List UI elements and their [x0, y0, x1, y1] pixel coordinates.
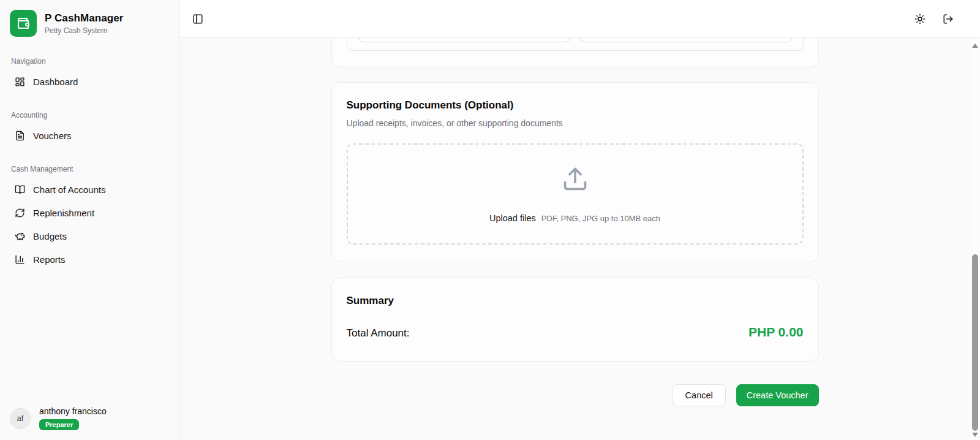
wallet-icon: [10, 10, 37, 37]
create-voucher-button[interactable]: Create Voucher: [736, 384, 819, 406]
nav-section-navigation: Navigation: [11, 57, 168, 66]
sidebar-item-reports[interactable]: Reports: [10, 248, 169, 270]
app-subtitle: Petty Cash System: [45, 26, 124, 35]
nav-section-accounting: Accounting: [11, 111, 168, 119]
total-amount-value: PHP 0.00: [748, 325, 804, 339]
supporting-documents-title: Supporting Documents (Optional): [347, 99, 804, 112]
file-dropzone[interactable]: Upload files PDF, PNG, JPG up to 10MB ea…: [347, 143, 804, 245]
sidebar-item-label: Chart of Accounts: [33, 184, 105, 195]
scrollbar-down-arrow-icon[interactable]: [972, 433, 978, 437]
sidebar-item-label: Replenishment: [33, 208, 94, 218]
app-title: P CashManager: [45, 12, 124, 25]
supporting-documents-subtitle: Upload receipts, invoices, or other supp…: [347, 118, 804, 128]
sun-icon: [914, 13, 925, 25]
book-open-icon: [15, 184, 25, 195]
sidebar-item-replenishment[interactable]: Replenishment: [10, 202, 169, 224]
logout-icon: [943, 13, 954, 25]
sidebar: P CashManager Petty Cash System Navigati…: [0, 0, 179, 440]
avatar: af: [10, 408, 31, 429]
sidebar-item-label: Vouchers: [33, 131, 72, 141]
summary-title: Summary: [347, 295, 804, 307]
scroll-content: Supporting Documents (Optional) Upload r…: [179, 38, 980, 440]
nav-section-cash-management: Cash Management: [11, 165, 168, 173]
sidebar-item-label: Reports: [33, 254, 66, 265]
sidebar-item-label: Budgets: [33, 231, 67, 241]
dashboard-icon: [15, 77, 25, 87]
scrollbar-thumb[interactable]: [972, 254, 978, 431]
topbar: [179, 0, 980, 38]
theme-toggle-button[interactable]: [910, 9, 930, 29]
sidebar-item-budgets[interactable]: Budgets: [10, 225, 169, 247]
main-area: Supporting Documents (Optional) Upload r…: [179, 0, 980, 440]
voucher-details-card-partial: [331, 38, 819, 67]
scrollbar-up-arrow-icon[interactable]: [972, 44, 978, 48]
vertical-scrollbar[interactable]: [970, 38, 980, 440]
app-window: P CashManager Petty Cash System Navigati…: [0, 0, 980, 440]
sidebar-item-vouchers[interactable]: Vouchers: [10, 124, 169, 146]
file-text-icon: [15, 131, 25, 141]
brand: P CashManager Petty Cash System: [10, 10, 169, 37]
summary-card: Summary Total Amount: PHP 0.00: [331, 278, 819, 362]
sidebar-item-label: Dashboard: [33, 77, 78, 87]
supporting-documents-card: Supporting Documents (Optional) Upload r…: [331, 82, 819, 262]
line-item-box: [347, 38, 804, 51]
panel-left-icon: [192, 13, 203, 25]
user-name: anthony francisco: [39, 406, 107, 416]
cancel-button[interactable]: Cancel: [673, 384, 726, 406]
total-amount-label: Total Amount:: [347, 327, 410, 339]
sidebar-item-dashboard[interactable]: Dashboard: [10, 70, 169, 93]
upload-files-hint: PDF, PNG, JPG up to 10MB each: [541, 214, 660, 223]
role-badge: Preparer: [39, 419, 79, 430]
line-item-input-right[interactable]: [580, 38, 792, 42]
upload-icon: [562, 165, 589, 192]
bar-chart-icon: [15, 254, 25, 265]
line-item-input-left[interactable]: [358, 38, 570, 42]
form-actions: Cancel Create Voucher: [331, 384, 819, 406]
logout-button[interactable]: [938, 9, 958, 29]
sidebar-item-chart-of-accounts[interactable]: Chart of Accounts: [10, 178, 169, 200]
piggy-bank-icon: [15, 231, 25, 241]
user-panel: af anthony francisco Preparer: [0, 398, 179, 440]
refresh-icon: [15, 208, 25, 218]
sidebar-toggle-button[interactable]: [188, 9, 208, 29]
upload-files-label: Upload files: [489, 213, 536, 223]
